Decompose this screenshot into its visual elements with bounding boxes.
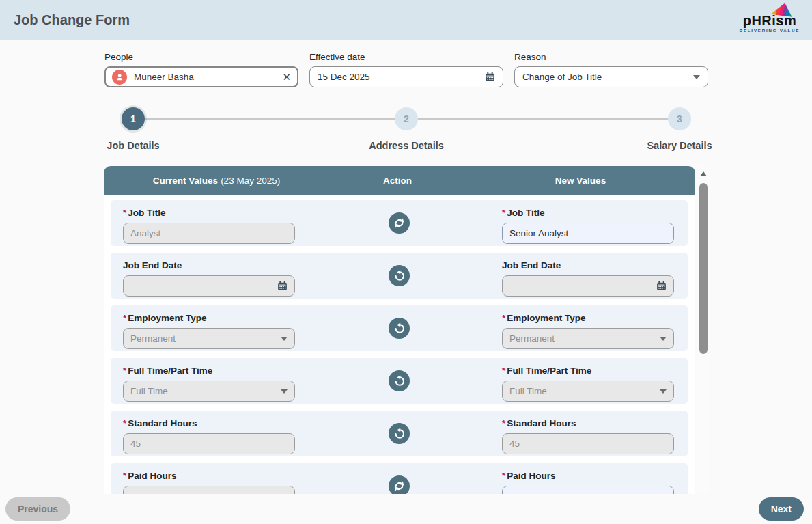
undo-action-button[interactable] [389, 318, 410, 339]
new-value-input[interactable] [502, 486, 674, 494]
person-avatar-icon [112, 70, 127, 85]
logo-brand-text: pHRism [737, 14, 802, 27]
field-label: * Job Title [502, 208, 674, 218]
new-value-cell: * Job Title Senior Analyst [502, 208, 674, 244]
table-row: * Full Time/Part Time Full Time [111, 358, 688, 404]
field-label: * Full Time/Part Time [502, 366, 674, 376]
field-label: * Paid Hours [502, 471, 674, 481]
step-1-label: Job Details [107, 140, 159, 151]
input-value: Full Time [130, 386, 168, 396]
calendar-icon[interactable] [485, 72, 495, 82]
field-label-text: Job End Date [123, 260, 182, 271]
field-label-text: Job Title [128, 208, 165, 218]
step-3-label: Salary Details [647, 140, 712, 151]
current-value-input[interactable]: 45 [123, 433, 295, 454]
input-value: Analyst [130, 228, 160, 238]
undo-action-button[interactable] [389, 265, 410, 286]
field-label: * Job End Date [502, 260, 674, 271]
job-change-form-page: Job Change Form pHRism DELIVERING VALUE … [0, 0, 812, 524]
effective-date-label: Effective date [309, 52, 503, 62]
undo-action-button[interactable] [389, 423, 410, 444]
field-label-text: Job Title [507, 208, 544, 218]
required-marker: * [123, 471, 126, 481]
scrollbar-thumb[interactable] [699, 183, 708, 354]
table-row: * Standard Hours 45 [111, 411, 688, 456]
swap-action-button[interactable] [389, 212, 410, 234]
input-value: Permanent [130, 333, 176, 344]
new-values-column-header: New Values [466, 166, 695, 195]
step-3-circle[interactable]: 3 [668, 107, 691, 130]
table-rows: * Job Title Analyst [104, 195, 695, 494]
stepper-connector [145, 118, 395, 120]
current-value-input[interactable]: Analyst [123, 223, 295, 244]
field-label: * Employment Type [123, 313, 295, 323]
current-value-input[interactable]: Permanent [123, 328, 295, 349]
calendar-icon[interactable] [277, 281, 288, 291]
scroll-up-icon[interactable] [700, 171, 707, 176]
people-field: People Muneer Basha ✕ [104, 52, 298, 87]
chevron-down-icon[interactable] [693, 75, 700, 79]
new-value-cell: * Employment Type Permanent [502, 313, 674, 349]
chevron-down-icon[interactable] [281, 337, 288, 341]
table-header: Current Values (23 May 2025) Action New … [104, 166, 695, 195]
field-label-text: Job End Date [502, 260, 561, 271]
step-2-circle[interactable]: 2 [395, 107, 418, 130]
current-value-input[interactable]: Full Time [123, 381, 295, 402]
people-input[interactable]: Muneer Basha ✕ [104, 66, 298, 87]
new-value-cell: * Standard Hours 45 [502, 418, 674, 454]
input-value: Permanent [509, 333, 555, 344]
current-value-input[interactable] [123, 275, 295, 297]
undo-action-button[interactable] [389, 370, 410, 391]
current-value-cell: * Full Time/Part Time Full Time [123, 366, 295, 402]
chevron-down-icon[interactable] [281, 389, 288, 394]
current-value-input[interactable] [123, 486, 295, 494]
input-value: Senior Analyst [509, 228, 568, 238]
new-value-cell: * Full Time/Part Time Full Time [502, 366, 674, 402]
step-1-circle[interactable]: 1 [122, 107, 145, 130]
new-value-input[interactable] [502, 275, 674, 297]
field-label: * Standard Hours [123, 418, 295, 428]
new-value-input[interactable]: 45 [502, 433, 674, 454]
table-row: * Job End Date [111, 253, 688, 299]
reason-dropdown[interactable]: Change of Job Title [514, 66, 708, 87]
current-value-cell: * Paid Hours [123, 471, 295, 494]
field-label-text: Employment Type [128, 313, 206, 323]
effective-date-input[interactable]: 15 Dec 2025 [309, 66, 503, 87]
new-value-input[interactable]: Permanent [502, 328, 674, 349]
current-value-cell: * Employment Type Permanent [123, 313, 295, 349]
calendar-icon[interactable] [656, 281, 667, 291]
input-value: 45 [509, 439, 520, 449]
previous-button[interactable]: Previous [5, 497, 70, 521]
field-label-text: Employment Type [507, 313, 585, 323]
field-label-text: Paid Hours [507, 471, 555, 481]
clear-icon[interactable]: ✕ [282, 72, 291, 82]
effective-date-value: 15 Dec 2025 [318, 72, 370, 82]
swap-action-button[interactable] [389, 475, 410, 494]
field-label-text: Full Time/Part Time [128, 366, 212, 376]
required-marker: * [123, 418, 126, 428]
field-label-text: Standard Hours [128, 418, 197, 428]
next-button[interactable]: Next [759, 497, 804, 521]
table-scrollbar[interactable] [697, 166, 710, 494]
required-marker: * [502, 471, 505, 481]
new-value-input[interactable]: Full Time [502, 381, 674, 402]
page-title: Job Change Form [14, 12, 130, 28]
stepper-connector [418, 118, 668, 120]
field-label: * Job Title [123, 208, 295, 218]
field-label: * Employment Type [502, 313, 674, 323]
job-details-table: Current Values (23 May 2025) Action New … [104, 166, 710, 494]
current-values-column-header: Current Values (23 May 2025) [104, 166, 329, 195]
field-label: * Paid Hours [123, 471, 295, 481]
action-column-header: Action [329, 166, 466, 195]
table-row: * Job Title Analyst [111, 200, 688, 246]
table-row: * Paid Hours [111, 463, 688, 494]
people-value: Muneer Basha [134, 72, 194, 82]
prism-triangle-icon [770, 1, 794, 17]
new-value-input[interactable]: Senior Analyst [502, 223, 674, 244]
chevron-down-icon[interactable] [660, 337, 667, 341]
field-label: * Job End Date [123, 260, 295, 271]
chevron-down-icon[interactable] [660, 389, 667, 394]
reason-field: Reason Change of Job Title [514, 52, 708, 87]
required-marker: * [502, 418, 505, 428]
field-label: * Full Time/Part Time [123, 366, 295, 376]
